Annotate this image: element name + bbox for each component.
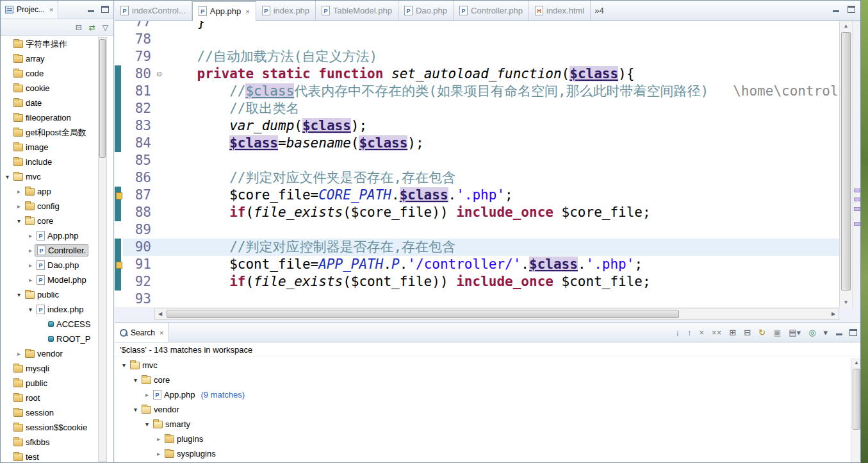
editor-vertical-scrollbar[interactable]: ▲ ▼ <box>839 21 852 307</box>
fold-marker-icon[interactable]: ⊖ <box>154 65 165 83</box>
editor-vscroll-thumb[interactable] <box>841 32 851 290</box>
show-previous-match-button[interactable]: ↑ <box>687 328 692 337</box>
remove-all-matches-button[interactable]: ×× <box>712 328 721 337</box>
tab-overflow-indicator[interactable]: »4 <box>594 6 603 15</box>
tree-item-plugins[interactable]: ▸plugins <box>115 432 850 446</box>
tree-item-config[interactable]: ▸config <box>1 199 113 214</box>
explorer-scrollbar[interactable] <box>98 37 107 462</box>
show-next-match-button[interactable]: ↓ <box>676 328 680 337</box>
editor-tab-index-html[interactable]: Hindex.html <box>529 1 591 21</box>
overview-ruler[interactable] <box>852 21 861 307</box>
collapse-arrow-icon[interactable]: ▾ <box>120 362 128 369</box>
code-line-91[interactable]: 91 $cont_file=APP_PATH.P.'/controller/'.… <box>115 256 839 273</box>
tab-search[interactable]: Search × <box>115 323 169 342</box>
scroll-down-icon[interactable]: ▼ <box>840 298 852 307</box>
view-menu-button[interactable]: ▽ <box>102 23 108 32</box>
code-line-81[interactable]: 81 //$class代表内存中不存在的类(如果项目有命名空间,那么此时带着空间… <box>115 83 839 100</box>
tree-item-date[interactable]: date <box>1 96 113 110</box>
minimize-search-button[interactable] <box>834 328 844 337</box>
code-line-87[interactable]: 87 $core_file=CORE_PATH.$class.'.php'; <box>115 187 839 204</box>
expand-arrow-icon[interactable]: ▸ <box>26 247 35 254</box>
tree-item-root[interactable]: root <box>1 391 113 405</box>
scroll-up-icon[interactable]: ▲ <box>851 358 861 367</box>
tree-item-sysplugins[interactable]: ▸sysplugins <box>115 446 850 461</box>
scroll-left-icon[interactable]: ◀ <box>155 308 165 319</box>
tree-item-public[interactable]: ▾public <box>1 287 113 302</box>
occurrence-mark[interactable] <box>854 222 860 226</box>
tree-item-item[interactable]: 字符串操作 <box>1 37 113 51</box>
code-line-92[interactable]: 92 if(file_exists($cont_file)) include_o… <box>115 273 839 290</box>
collapse-arrow-icon[interactable]: ▾ <box>26 306 35 313</box>
collapse-arrow-icon[interactable]: ▾ <box>131 406 140 413</box>
occurrence-mark[interactable] <box>854 207 860 211</box>
tree-item-session[interactable]: session <box>1 405 113 420</box>
code-line-93[interactable]: 93 <box>115 290 839 307</box>
code-line-83[interactable]: 83 var_dump($class); <box>115 117 839 135</box>
tree-item-app-php[interactable]: ▸PApp.php <box>1 228 113 243</box>
collapse-arrow-icon[interactable]: ▾ <box>131 376 140 383</box>
minimize-view-button[interactable] <box>86 5 96 14</box>
previous-search-results-button[interactable]: ▤▾ <box>789 328 801 337</box>
collapse-all-button[interactable]: ⊟ <box>744 328 751 337</box>
code-line-86[interactable]: 86 //判定对应文件夹是否存在,存在包含 <box>115 169 839 187</box>
tree-item-sfkbbs[interactable]: sfkbbs <box>1 435 113 450</box>
tree-item-core[interactable]: ▾core <box>115 373 850 387</box>
expand-arrow-icon[interactable]: ▸ <box>15 203 23 210</box>
collapse-arrow-icon[interactable]: ▾ <box>15 291 23 298</box>
collapse-all-button[interactable]: ⊟ <box>76 23 82 32</box>
tree-item-test[interactable]: test <box>1 450 113 462</box>
editor-tab-indexcontrol[interactable]: PindexControl... <box>115 1 192 21</box>
tree-item-get-post[interactable]: get和post全局数 <box>1 125 113 140</box>
code-editor[interactable]: 77 }7879 //自动加载方法(自定义方法)80⊖ private stat… <box>115 21 839 307</box>
explorer-scrollbar-thumb[interactable] <box>99 39 106 158</box>
tree-item-controller[interactable]: ▸PController. <box>1 243 113 258</box>
occurrence-mark[interactable] <box>854 189 860 192</box>
search-scrollbar-thumb[interactable] <box>853 369 860 430</box>
editor-tab-app-php[interactable]: PApp.php× <box>192 1 256 21</box>
tree-item-core[interactable]: ▾core <box>1 214 113 228</box>
code-line-89[interactable]: 89 <box>115 221 839 239</box>
expand-arrow-icon[interactable]: ▸ <box>154 450 163 457</box>
tree-item-fileoperation[interactable]: fileoperation <box>1 110 113 125</box>
close-tab-icon[interactable]: × <box>245 8 249 15</box>
tree-item-access[interactable]: ACCESS <box>1 317 113 332</box>
close-icon[interactable]: × <box>160 329 163 337</box>
editor-tab-tablemodel-php[interactable]: PTableModel.php <box>316 1 398 21</box>
tree-item-image[interactable]: image <box>1 140 113 155</box>
close-icon[interactable]: × <box>49 6 53 13</box>
code-line-78[interactable]: 78 <box>115 31 839 48</box>
tree-item-mysqli[interactable]: mysqli <box>1 361 113 376</box>
code-line-90[interactable]: 90 //判定对应控制器是否存在,存在包含 <box>115 239 839 256</box>
remove-selected-matches-button[interactable]: × <box>700 328 705 337</box>
expand-arrow-icon[interactable]: ▸ <box>143 391 151 398</box>
pin-search-view-button[interactable]: ◎ <box>808 328 815 337</box>
expand-all-button[interactable]: ⊞ <box>729 328 736 337</box>
expand-arrow-icon[interactable]: ▸ <box>15 350 23 357</box>
collapse-arrow-icon[interactable]: ▾ <box>15 217 23 224</box>
scroll-up-icon[interactable]: ▲ <box>840 21 852 31</box>
tree-item-session-cookie[interactable]: session$$cookie <box>1 420 113 435</box>
expand-arrow-icon[interactable]: ▸ <box>26 232 35 239</box>
tree-item-root-p[interactable]: ROOT_P <box>1 332 113 346</box>
expand-arrow-icon[interactable]: ▸ <box>154 435 163 442</box>
editor-hscroll-thumb[interactable] <box>167 310 679 318</box>
run-current-search-again-button[interactable]: ↻ <box>758 328 766 337</box>
occurrence-mark[interactable] <box>854 198 860 201</box>
maximize-view-button[interactable] <box>100 5 110 14</box>
maximize-editor-button[interactable] <box>846 5 856 14</box>
tree-item-smarty[interactable]: ▾smarty <box>115 417 850 432</box>
expand-arrow-icon[interactable]: ▸ <box>26 262 35 269</box>
code-line-80[interactable]: 80⊖ private static function set_autoload… <box>115 65 839 83</box>
link-with-editor-button[interactable]: ⇄ <box>89 23 95 32</box>
tree-item-include[interactable]: include <box>1 155 113 169</box>
tree-item-model-php[interactable]: ▸PModel.php <box>1 273 113 287</box>
collapse-arrow-icon[interactable]: ▾ <box>3 173 12 180</box>
code-line-77[interactable]: 77 } <box>115 21 839 31</box>
search-scrollbar[interactable]: ▲ <box>851 358 861 462</box>
tree-item-app-php[interactable]: ▸PApp.php(9 matches) <box>115 387 850 402</box>
code-line-79[interactable]: 79 //自动加载方法(自定义方法) <box>115 48 839 65</box>
editor-tab-dao-php[interactable]: PDao.php <box>398 1 454 21</box>
maximize-search-button[interactable] <box>848 328 858 337</box>
tree-item-mvc[interactable]: ▾mvc <box>115 358 850 373</box>
tree-item-mvc[interactable]: ▾mvc <box>1 169 113 184</box>
